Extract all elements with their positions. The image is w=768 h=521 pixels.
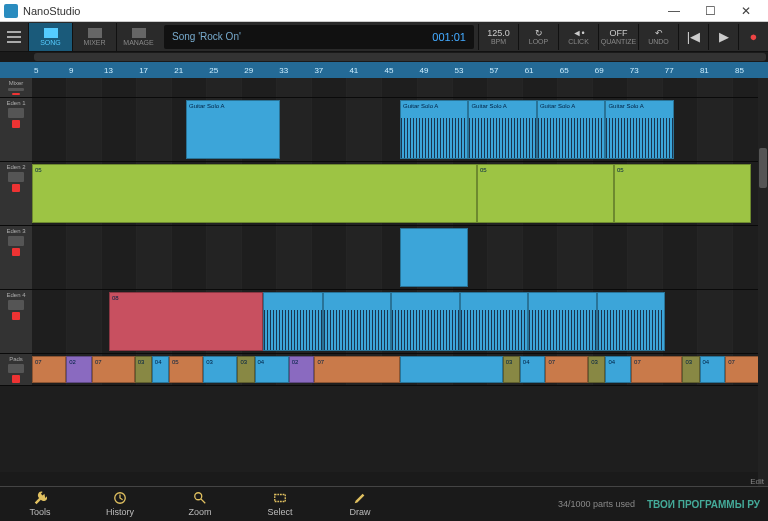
clip[interactable]: Guitar Solo A	[186, 100, 280, 159]
track-name: Eden 1	[6, 100, 25, 106]
record-button[interactable]: ●	[738, 24, 768, 50]
track-header[interactable]: Pads	[0, 354, 32, 385]
record-arm-button[interactable]	[12, 248, 20, 256]
waveform-icon	[606, 118, 672, 158]
app-title: NanoStudio	[23, 5, 81, 17]
clip[interactable]: 05	[169, 356, 203, 383]
track-header[interactable]: Eden 1	[0, 98, 32, 161]
click-control[interactable]: ◄•CLICK	[558, 24, 598, 50]
main-toolbar: SONG MIXER MANAGE Song 'Rock On' 001:01 …	[0, 22, 768, 52]
clip[interactable]: 07	[314, 356, 400, 383]
clip-label: 03	[138, 359, 145, 365]
waveform-icon	[264, 310, 322, 350]
record-arm-button[interactable]	[12, 312, 20, 320]
clip[interactable]: 04	[255, 356, 289, 383]
clip[interactable]	[400, 356, 503, 383]
clip[interactable]	[391, 292, 459, 351]
svg-point-1	[195, 493, 202, 500]
clip[interactable]: 05	[614, 164, 751, 223]
clip-label: 07	[35, 359, 42, 365]
clip[interactable]: 05	[32, 164, 477, 223]
bpm-control[interactable]: 125.0BPM	[478, 24, 518, 50]
tools-button[interactable]: Tools	[0, 487, 80, 522]
clip-label: 02	[69, 359, 76, 365]
clip[interactable]: 03	[588, 356, 605, 383]
track-timeline[interactable]	[32, 78, 768, 97]
clip[interactable]	[460, 292, 528, 351]
clip-label: 03	[240, 359, 247, 365]
clip[interactable]: 05	[477, 164, 614, 223]
track-header[interactable]: Mixer	[0, 78, 32, 97]
draw-button[interactable]: Draw	[320, 487, 400, 522]
clip[interactable]: 07	[92, 356, 135, 383]
clip[interactable]: 04	[700, 356, 726, 383]
clip[interactable]	[528, 292, 596, 351]
clip[interactable]	[323, 292, 391, 351]
track-header[interactable]: Eden 4	[0, 290, 32, 353]
clip-label: Guitar Solo A	[403, 103, 438, 109]
clip[interactable]: 03	[682, 356, 699, 383]
zoom-button[interactable]: Zoom	[160, 487, 240, 522]
clip[interactable]: 03	[503, 356, 520, 383]
record-arm-button[interactable]	[12, 93, 20, 95]
clip[interactable]: Guitar Solo A	[537, 100, 605, 159]
history-button[interactable]: History	[80, 487, 160, 522]
track-timeline[interactable]: 0702070304050303040207030407030407030407	[32, 354, 768, 385]
clip-label: Guitar Solo A	[540, 103, 575, 109]
clip[interactable]: 03	[135, 356, 152, 383]
timeline-ruler[interactable]: 5913172125293337414549535761656973778185	[0, 62, 768, 78]
track-timeline[interactable]	[32, 226, 768, 289]
clip[interactable]: 04	[520, 356, 546, 383]
track-header[interactable]: Eden 3	[0, 226, 32, 289]
vertical-scroll[interactable]	[758, 78, 768, 486]
instrument-icon	[8, 236, 24, 246]
undo-button[interactable]: ↶UNDO	[638, 24, 678, 50]
track-header[interactable]: Eden 2	[0, 162, 32, 225]
clip[interactable]: 08	[109, 292, 263, 351]
loop-control[interactable]: ↻LOOP	[518, 24, 558, 50]
clip[interactable]: 03	[237, 356, 254, 383]
menu-icon[interactable]	[0, 23, 28, 51]
clip[interactable]: 03	[203, 356, 237, 383]
clip[interactable]: 07	[545, 356, 588, 383]
maximize-button[interactable]: ☐	[692, 1, 728, 21]
clip[interactable]: 02	[66, 356, 92, 383]
track-timeline[interactable]: 050505	[32, 162, 768, 225]
instrument-icon	[8, 300, 24, 310]
clock-icon	[113, 491, 127, 505]
clip[interactable]: Guitar Solo A	[468, 100, 536, 159]
clip[interactable]	[263, 292, 323, 351]
record-arm-button[interactable]	[12, 375, 20, 383]
clip-label: 08	[112, 295, 119, 301]
select-icon	[273, 491, 287, 505]
record-arm-button[interactable]	[12, 120, 20, 128]
track-timeline[interactable]: 08	[32, 290, 768, 353]
close-button[interactable]: ✕	[728, 1, 764, 21]
clip-label: 04	[155, 359, 162, 365]
clip[interactable]	[400, 228, 468, 287]
select-button[interactable]: Select	[240, 487, 320, 522]
record-arm-button[interactable]	[12, 184, 20, 192]
clip[interactable]: 07	[631, 356, 682, 383]
clip-label: 07	[95, 359, 102, 365]
clip[interactable]	[597, 292, 665, 351]
mixer-tab[interactable]: MIXER	[72, 23, 116, 51]
track-name: Eden 4	[6, 292, 25, 298]
horizontal-scroll[interactable]	[0, 52, 768, 62]
manage-tab[interactable]: MANAGE	[116, 23, 160, 51]
clip[interactable]: 07	[32, 356, 66, 383]
track-row: Eden 408	[0, 290, 768, 354]
clip[interactable]: Guitar Solo A	[605, 100, 673, 159]
rewind-button[interactable]: |◀	[678, 24, 708, 50]
minimize-button[interactable]: —	[656, 1, 692, 21]
quantize-control[interactable]: OFFQUANTIZE	[598, 24, 638, 50]
track-timeline[interactable]: Guitar Solo AGuitar Solo AGuitar Solo AG…	[32, 98, 768, 161]
song-tab[interactable]: SONG	[28, 23, 72, 51]
song-display[interactable]: Song 'Rock On' 001:01	[164, 25, 474, 49]
clip[interactable]: 04	[152, 356, 169, 383]
clip[interactable]: 02	[289, 356, 315, 383]
clip[interactable]: 04	[605, 356, 631, 383]
play-button[interactable]: ▶	[708, 24, 738, 50]
watermark: ТВОИ ПРОГРАММЫ РУ	[647, 499, 760, 510]
clip[interactable]: Guitar Solo A	[400, 100, 468, 159]
